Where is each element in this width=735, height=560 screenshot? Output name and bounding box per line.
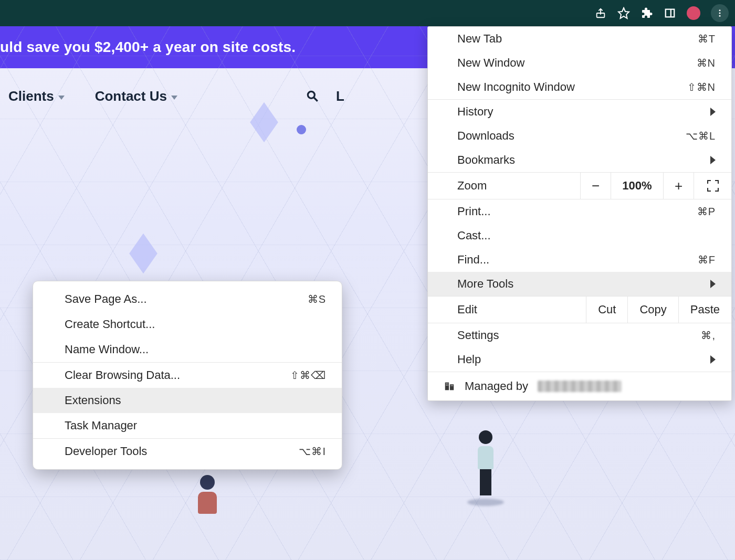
menu-find[interactable]: Find... ⌘F (428, 248, 731, 272)
menu-settings[interactable]: Settings ⌘, (428, 323, 731, 347)
menu-bookmarks[interactable]: Bookmarks (428, 148, 731, 172)
menu-managed-by[interactable]: Managed by (428, 372, 731, 400)
svg-rect-16 (453, 385, 453, 386)
submenu-task-manager[interactable]: Task Manager (33, 413, 342, 438)
svg-rect-13 (446, 385, 447, 385)
chevron-right-icon (710, 156, 716, 164)
managed-by-org-redacted (538, 381, 622, 392)
star-icon[interactable] (617, 7, 630, 19)
chevron-down-icon (171, 96, 177, 100)
svg-rect-9 (445, 383, 449, 390)
menu-new-tab[interactable]: New Tab ⌘T (428, 27, 731, 51)
menu-incognito[interactable]: New Incognito Window ⇧⌘N (428, 75, 731, 99)
menu-downloads[interactable]: Downloads ⌥⌘L (428, 124, 731, 148)
edit-copy[interactable]: Copy (627, 297, 678, 323)
svg-point-7 (308, 91, 314, 98)
menu-new-window[interactable]: New Window ⌘N (428, 51, 731, 75)
svg-rect-10 (450, 384, 454, 390)
menu-zoom-row: Zoom − 100% + (428, 172, 731, 199)
menu-cast[interactable]: Cast... (428, 224, 731, 248)
submenu-save-page[interactable]: Save Page As... ⌘S (33, 287, 342, 312)
menu-edit-row: Edit Cut Copy Paste (428, 296, 731, 323)
more-tools-submenu: Save Page As... ⌘S Create Shortcut... Na… (33, 281, 342, 470)
svg-rect-15 (451, 385, 452, 386)
chevron-right-icon (710, 108, 716, 116)
svg-line-8 (314, 98, 318, 101)
edit-paste[interactable]: Paste (678, 297, 731, 323)
submenu-name-window[interactable]: Name Window... (33, 337, 342, 362)
chevron-right-icon (710, 355, 716, 364)
zoom-out-button[interactable]: − (580, 173, 611, 199)
share-icon[interactable] (594, 7, 607, 19)
fullscreen-icon (707, 180, 719, 192)
submenu-extensions[interactable]: Extensions (33, 388, 342, 413)
edit-label: Edit (428, 297, 586, 323)
submenu-create-shortcut[interactable]: Create Shortcut... (33, 312, 342, 337)
menu-more-tools[interactable]: More Tools (428, 272, 731, 296)
svg-point-6 (719, 15, 721, 17)
zoom-value: 100% (611, 173, 663, 199)
menu-help[interactable]: Help (428, 347, 731, 372)
svg-rect-12 (447, 384, 448, 384)
svg-rect-14 (447, 385, 448, 385)
svg-point-4 (719, 9, 721, 11)
kebab-menu-icon[interactable] (711, 4, 729, 22)
decor-dot (297, 125, 306, 134)
illustration-person (467, 430, 504, 493)
menu-print[interactable]: Print... ⌘P (428, 199, 731, 224)
svg-marker-1 (618, 8, 629, 18)
illustration-person (194, 475, 220, 517)
managed-by-label: Managed by (465, 379, 528, 393)
nav-link-partial[interactable]: L (336, 88, 344, 104)
fullscreen-button[interactable] (694, 173, 731, 199)
edit-cut[interactable]: Cut (586, 297, 627, 323)
menu-history[interactable]: History (428, 100, 731, 124)
svg-rect-2 (666, 9, 675, 17)
chevron-right-icon (710, 280, 716, 288)
nav-link-contact[interactable]: Contact Us (95, 88, 177, 104)
browser-toolbar (0, 0, 735, 26)
search-icon[interactable] (306, 89, 319, 107)
zoom-in-button[interactable]: + (663, 173, 694, 199)
organization-icon (444, 381, 455, 392)
extensions-icon[interactable] (640, 7, 653, 19)
svg-point-5 (719, 13, 721, 14)
submenu-clear-browsing-data[interactable]: Clear Browsing Data... ⇧⌘⌫ (33, 363, 342, 388)
svg-rect-11 (446, 384, 447, 384)
nav-link-clients[interactable]: Clients (8, 88, 65, 104)
profile-avatar[interactable] (687, 6, 700, 20)
submenu-developer-tools[interactable]: Developer Tools ⌥⌘I (33, 439, 342, 464)
chrome-main-menu: New Tab ⌘T New Window ⌘N New Incognito W… (427, 26, 732, 401)
panel-icon[interactable] (664, 7, 676, 19)
chevron-down-icon (58, 96, 65, 100)
zoom-label: Zoom (428, 173, 580, 199)
